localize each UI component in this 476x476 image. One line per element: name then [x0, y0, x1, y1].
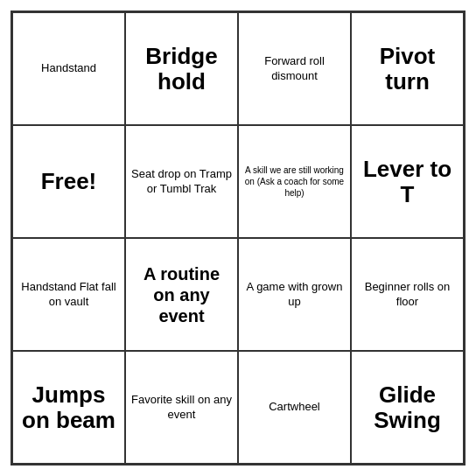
cell-text-r1c2: A skill we are still working on (Ask a c…	[244, 164, 345, 199]
cell-text-r0c2: Forward roll dismount	[244, 54, 345, 84]
cell-r3c0: Jumps on beam	[12, 351, 125, 464]
cell-text-r3c3: Glide Swing	[357, 382, 458, 432]
cell-text-r1c1: Seat drop on Tramp or Tumbl Trak	[131, 167, 232, 197]
cell-r2c1: A routine on any event	[125, 238, 238, 351]
cell-text-r0c1: Bridge hold	[131, 44, 232, 94]
cell-r1c0: Free!	[12, 125, 125, 238]
cell-text-r0c3: Pivot turn	[357, 44, 458, 94]
cell-text-r0c0: Handstand	[41, 61, 96, 76]
cell-r1c1: Seat drop on Tramp or Tumbl Trak	[125, 125, 238, 238]
cell-r0c3: Pivot turn	[351, 12, 464, 125]
cell-text-r3c2: Cartwheel	[269, 400, 320, 415]
cell-text-r2c1: A routine on any event	[131, 263, 232, 326]
cell-text-r2c2: A game with grown up	[244, 280, 345, 310]
cell-text-r3c1: Favorite skill on any event	[131, 393, 232, 423]
cell-r0c2: Forward roll dismount	[238, 12, 351, 125]
cell-text-r1c0: Free!	[41, 169, 97, 194]
cell-r2c2: A game with grown up	[238, 238, 351, 351]
cell-r2c3: Beginner rolls on floor	[351, 238, 464, 351]
cell-r0c1: Bridge hold	[125, 12, 238, 125]
cell-r3c1: Favorite skill on any event	[125, 351, 238, 464]
cell-r3c2: Cartwheel	[238, 351, 351, 464]
cell-r1c3: Lever to T	[351, 125, 464, 238]
cell-text-r2c0: Handstand Flat fall on vault	[18, 280, 119, 310]
cell-r2c0: Handstand Flat fall on vault	[12, 238, 125, 351]
cell-text-r3c0: Jumps on beam	[18, 382, 119, 432]
bingo-card: HandstandBridge holdForward roll dismoun…	[10, 10, 466, 466]
cell-r3c3: Glide Swing	[351, 351, 464, 464]
cell-text-r1c3: Lever to T	[357, 157, 458, 206]
cell-r0c0: Handstand	[12, 12, 125, 125]
cell-r1c2: A skill we are still working on (Ask a c…	[238, 125, 351, 238]
cell-text-r2c3: Beginner rolls on floor	[357, 280, 458, 310]
